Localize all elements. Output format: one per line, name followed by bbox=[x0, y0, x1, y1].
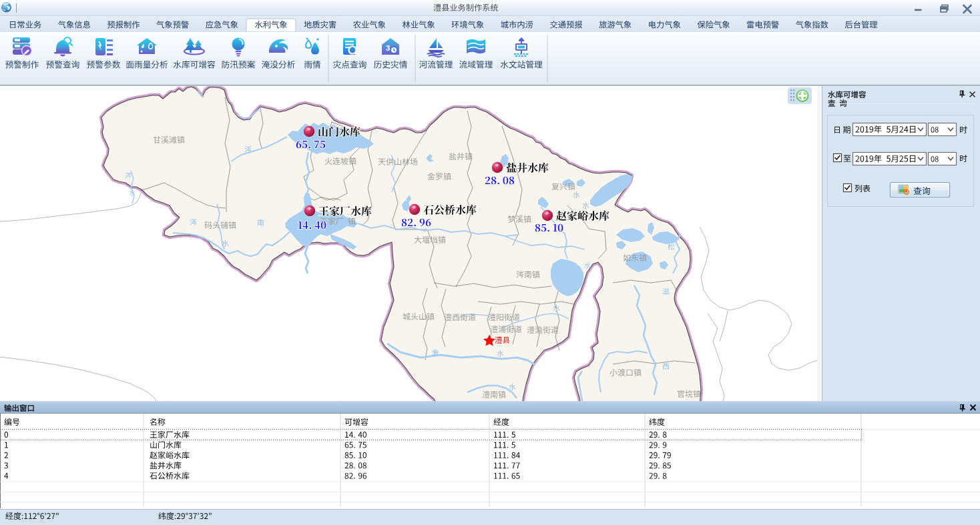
svg-text:3: 3 bbox=[386, 44, 390, 52]
